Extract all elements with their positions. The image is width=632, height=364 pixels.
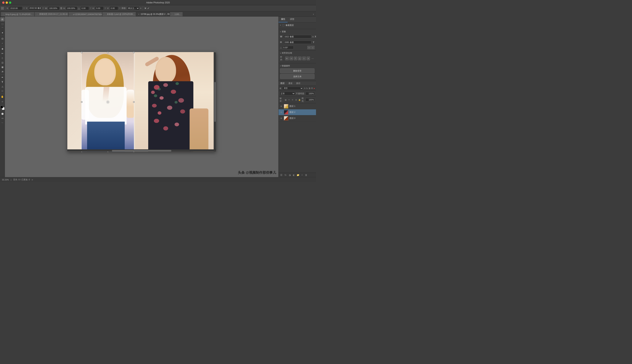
close-button[interactable] bbox=[2, 2, 5, 4]
pen-tool[interactable]: ✒ bbox=[1, 75, 5, 80]
layer-mask-button[interactable]: ◑ bbox=[288, 173, 291, 177]
eraser-tool[interactable]: ◫ bbox=[1, 60, 5, 64]
more-align-button[interactable]: ··· bbox=[311, 56, 314, 60]
layer-link-button[interactable]: ⛓ bbox=[280, 173, 283, 177]
tab-1195[interactable]: ✕ 1195... bbox=[170, 12, 183, 16]
tab-properties[interactable]: 属性 bbox=[279, 16, 288, 22]
select-rect-tool[interactable]: ⬚ bbox=[1, 22, 5, 26]
y-input[interactable] bbox=[28, 6, 42, 10]
align-left-button[interactable]: ⊢ bbox=[285, 56, 289, 60]
zoom-tool[interactable]: ⌕ bbox=[1, 99, 5, 103]
quick-mask-button[interactable]: ⬤ bbox=[1, 112, 5, 116]
align-hcenter-button[interactable]: ⊣ bbox=[290, 56, 293, 60]
color-swatches[interactable] bbox=[1, 106, 5, 110]
scrollbar-vertical[interactable] bbox=[214, 52, 216, 152]
cancel-transform-button[interactable] bbox=[144, 7, 146, 10]
eyedrop-tool[interactable]: ⌿ bbox=[1, 41, 5, 45]
pixel-layer-header[interactable]: ▾ ⬚ 像素图层 bbox=[280, 24, 314, 27]
layer-adjustment-button[interactable]: ◐ bbox=[292, 173, 296, 177]
layer-fx-button[interactable]: fx bbox=[284, 173, 287, 177]
tab-timg9[interactable]: ✕ timg-9.jpeg @ 71.6%(RGB/... bbox=[1, 12, 35, 16]
show-transform-controls[interactable]: ✓ bbox=[1, 7, 4, 10]
layer-item-2[interactable]: 👁 图层 2 bbox=[279, 109, 316, 115]
delete-layer-button[interactable]: 🗑 bbox=[305, 173, 308, 177]
lock-all-button[interactable]: 🔒 bbox=[298, 98, 301, 101]
align-right-button[interactable]: ⊤ bbox=[294, 56, 297, 60]
layer-visibility-2[interactable]: 👁 bbox=[280, 111, 283, 114]
align-bottom-button[interactable]: ⊧ bbox=[307, 56, 310, 60]
maximize-button[interactable] bbox=[9, 2, 11, 4]
opacity-input[interactable] bbox=[305, 92, 315, 95]
text-tool[interactable]: T bbox=[1, 80, 5, 84]
quick-actions-header[interactable]: ▾ 快速操作 bbox=[280, 64, 314, 67]
gradient-tool[interactable]: ▦ bbox=[1, 65, 5, 69]
quick-select-tool[interactable]: ✦ bbox=[1, 31, 5, 35]
angle-value-input[interactable] bbox=[282, 46, 294, 49]
path-select-tool[interactable]: △ bbox=[1, 84, 5, 88]
select-subject-button[interactable]: 选择主体 bbox=[280, 74, 314, 79]
close-icon[interactable]: ✕ bbox=[3, 13, 4, 15]
scroll-thumb-horizontal[interactable] bbox=[112, 150, 171, 152]
tab-paths[interactable]: 路径 bbox=[294, 81, 302, 86]
tab-adjustments[interactable]: 调整 bbox=[288, 16, 297, 22]
close-icon[interactable]: ✕ bbox=[70, 13, 72, 15]
layer-group-button[interactable]: 📁 bbox=[296, 173, 300, 177]
close-icon[interactable]: ✕ bbox=[172, 13, 173, 15]
angle-input[interactable] bbox=[81, 6, 89, 10]
tabs-scroll-arrow[interactable]: › bbox=[311, 12, 315, 16]
remove-bg-button[interactable]: 删除背景 bbox=[280, 68, 314, 73]
tab-15788[interactable]: ✕ 15788.jpg @ 33.3%(图层 2，RGB/8)* bbox=[136, 12, 170, 16]
lock-position-button[interactable]: ✢ bbox=[291, 98, 294, 101]
canvas-area[interactable]: ⊕ 头条 @视频制作那些事儿 bbox=[5, 16, 278, 177]
h-value-input[interactable] bbox=[283, 40, 311, 44]
align-header[interactable]: ▾ 对齐并分布 bbox=[280, 52, 314, 54]
close-icon[interactable]: ✕ bbox=[37, 13, 38, 15]
interpolation-select[interactable]: 两次立... bbox=[127, 6, 139, 10]
status-arrow[interactable]: ▶ bbox=[32, 178, 33, 181]
vskew-input[interactable] bbox=[110, 6, 118, 10]
spot-heal-tool[interactable]: ✚ bbox=[1, 47, 5, 51]
move-tool[interactable]: ✢ bbox=[1, 17, 5, 22]
lock-pixels-button[interactable]: ✏ bbox=[288, 98, 290, 101]
brush-tool[interactable]: ✏ bbox=[1, 52, 5, 56]
extras-button[interactable]: ··· bbox=[1, 120, 5, 125]
warp-icon[interactable]: ⌖ bbox=[140, 7, 141, 10]
close-icon[interactable]: ✕ bbox=[104, 13, 106, 15]
layer-item-1[interactable]: 👁 图层 1 bbox=[279, 103, 316, 109]
crop-tool[interactable]: ⊡ bbox=[1, 37, 5, 41]
layer-visibility-0[interactable]: 👁 bbox=[280, 117, 283, 120]
blend-mode-select[interactable]: 正常 bbox=[280, 92, 295, 96]
tab-u2238[interactable]: ✕ u=2238190947,1040447607&fm=26&gp=0.jpg bbox=[68, 12, 102, 16]
tab-screenshot[interactable]: ✕ 屏幕快照 2020-04-17_11.06.42.png bbox=[35, 12, 68, 16]
hskew-input[interactable] bbox=[95, 6, 104, 10]
lasso-tool[interactable]: ⌒ bbox=[1, 26, 5, 30]
screen-mode-button[interactable]: ▭ bbox=[1, 116, 5, 120]
w-value-input[interactable] bbox=[283, 35, 311, 38]
clone-stamp-tool[interactable]: ⌷ bbox=[1, 56, 5, 60]
fill-input[interactable] bbox=[305, 98, 315, 102]
layer-filter-select[interactable]: 类型 bbox=[282, 86, 303, 90]
flip-h-button[interactable]: ↔ bbox=[307, 46, 311, 49]
tab-channels[interactable]: 通道 bbox=[287, 81, 294, 86]
h-input[interactable] bbox=[66, 6, 77, 10]
minimize-button[interactable] bbox=[6, 2, 8, 4]
lock-artboard-button[interactable]: ⊞ bbox=[295, 98, 297, 101]
layer-visibility-1[interactable]: 👁 bbox=[280, 105, 283, 108]
tab-untitled[interactable]: ✕ 未标题-1.psd @ 100%(RGB/... bbox=[102, 12, 136, 16]
foreground-color[interactable] bbox=[1, 106, 3, 108]
flip-v-button[interactable]: ↕ bbox=[311, 46, 314, 49]
new-layer-button[interactable]: + bbox=[300, 173, 304, 177]
hand-tool[interactable]: ✋ bbox=[1, 95, 5, 99]
align-vcenter-button[interactable]: ⊦ bbox=[302, 56, 306, 60]
scrollbar-horizontal[interactable] bbox=[67, 149, 216, 152]
lock-transparent-button[interactable]: ▦ bbox=[284, 98, 287, 101]
x-input[interactable] bbox=[9, 6, 22, 10]
dodge-tool[interactable]: ◔ bbox=[1, 70, 5, 74]
confirm-transform-button[interactable] bbox=[147, 7, 149, 10]
align-top-button[interactable]: ⊥ bbox=[298, 56, 302, 60]
scroll-thumb-vertical[interactable] bbox=[214, 82, 216, 122]
close-icon[interactable]: ✕ bbox=[138, 13, 140, 15]
layer-item-0[interactable]: 👁 图层 0 bbox=[279, 115, 316, 121]
shape-tool[interactable]: □ bbox=[1, 89, 5, 93]
w-input[interactable] bbox=[48, 6, 59, 10]
